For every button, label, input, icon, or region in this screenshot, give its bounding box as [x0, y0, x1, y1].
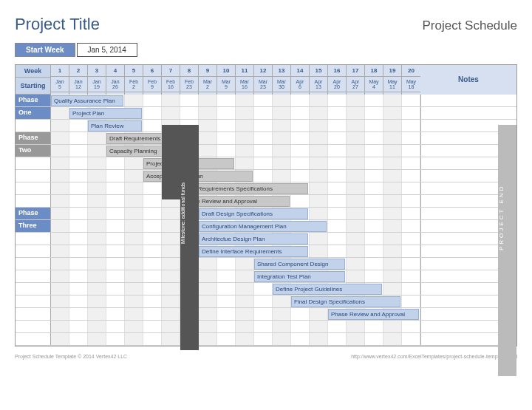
task-bar[interactable]: Final Requirements Specifications: [180, 183, 308, 194]
week-cells: Acceptance Test Plan: [51, 170, 420, 182]
task-bar[interactable]: Shared Component Design: [254, 259, 345, 270]
week-header-col: 18May4: [365, 65, 383, 95]
task-bar[interactable]: Define Interface Requirements: [199, 246, 308, 257]
week-number: 18: [365, 65, 383, 77]
header: Project Title Project Schedule: [15, 15, 517, 34]
phase-label: [16, 308, 51, 320]
task-bar[interactable]: Define Project Guidelines: [273, 284, 382, 295]
page-subtitle: Project Schedule: [422, 18, 517, 33]
week-date: Jan19: [88, 77, 106, 92]
start-week-label: Start Week: [15, 43, 75, 57]
week-cells: Quality Assurance Plan: [51, 95, 420, 106]
phase-label: [16, 120, 51, 131]
phase-label: [16, 258, 51, 270]
week-header: Week: [16, 65, 50, 78]
week-number: 1: [51, 65, 69, 77]
schedule-row: Project Test Plan: [16, 157, 516, 170]
week-number: 12: [254, 65, 272, 77]
schedule-row: Architectue Design Plan: [16, 233, 516, 245]
week-number: 15: [310, 65, 327, 77]
week-header-col: 8Feb23: [180, 65, 199, 95]
week-header-col: 13Mar30: [273, 65, 291, 95]
phase-label: [16, 157, 51, 169]
task-bar[interactable]: Architectue Design Plan: [199, 233, 308, 245]
week-header-col: 19May11: [383, 65, 402, 95]
week-cells: Project Test Plan: [51, 157, 420, 169]
phase-label: [16, 283, 51, 295]
grid-header: Week Starting 1Jan52Jan123Jan194Jan265Fe…: [16, 65, 516, 95]
week-number: 3: [88, 65, 106, 77]
week-header-col: 6Feb9: [143, 65, 162, 95]
notes-cell[interactable]: [420, 107, 516, 119]
schedule-row: Final Requirements Specifications: [16, 182, 516, 195]
task-bar[interactable]: Draft Design Specifications: [199, 208, 308, 219]
week-number: 9: [199, 65, 216, 77]
week-date: Jan26: [106, 77, 124, 92]
schedule-row: Shared Component Design: [16, 258, 516, 270]
week-number: 2: [69, 65, 87, 77]
week-number: 17: [347, 65, 364, 77]
week-cells: Final Requirements Specifications: [51, 182, 420, 194]
week-date: May4: [365, 77, 383, 92]
schedule-row: PhaseDraft Design Specifications: [16, 208, 516, 220]
phase-label: [16, 295, 51, 307]
week-number: 13: [273, 65, 290, 77]
week-cells: Phase Review and Approval: [51, 308, 420, 320]
task-bar[interactable]: Phase Review and Approval: [328, 309, 419, 320]
week-cells: Shared Component Design: [51, 258, 420, 270]
week-date: Apr13: [310, 77, 327, 92]
phase-label: Three: [16, 220, 51, 232]
week-header-col: 1Jan5: [51, 65, 69, 95]
week-header-col: 9Mar2: [199, 65, 217, 95]
week-header-col: 3Jan19: [88, 65, 106, 95]
week-date: Feb2: [125, 77, 143, 92]
week-header-col: 17Apr27: [347, 65, 365, 95]
schedule-row: Final Design Specifications: [16, 295, 516, 308]
week-date: Apr27: [347, 77, 364, 92]
schedule-row: Plan Review: [16, 120, 516, 132]
week-header-col: 20May18: [402, 65, 420, 95]
week-date: Feb16: [162, 77, 180, 92]
starting-header: Starting: [16, 78, 50, 95]
week-header-col: 12Mar23: [254, 65, 273, 95]
week-cells: [51, 321, 420, 332]
schedule-row: TwoCapacity Planning: [16, 145, 516, 157]
week-date: Feb23: [180, 77, 198, 92]
task-bar[interactable]: Project Plan: [69, 108, 142, 119]
phase-label: Phase: [16, 208, 51, 219]
page-title: Project Title: [15, 15, 100, 34]
phase-label: [16, 170, 51, 182]
week-date: May11: [383, 77, 401, 92]
task-bar[interactable]: Integration Test Plan: [254, 271, 345, 282]
notes-cell[interactable]: [420, 95, 516, 106]
week-date: Apr6: [291, 77, 309, 92]
task-bar[interactable]: Configuration Management Plan: [199, 221, 327, 232]
schedule-row: Phase Review and Approval: [16, 195, 516, 208]
week-date: Feb9: [143, 77, 161, 92]
task-bar[interactable]: Plan Review: [88, 120, 142, 131]
phase-label: [16, 321, 51, 332]
milestone-marker: [162, 125, 180, 199]
footer-link[interactable]: http://www.vertex42.com/ExcelTemplates/p…: [351, 354, 517, 359]
week-number: 14: [291, 65, 309, 77]
task-bar[interactable]: Final Design Specifications: [291, 296, 400, 307]
week-number: 20: [402, 65, 420, 77]
week-cells: Phase Review and Approval: [51, 195, 420, 207]
week-cells: Integration Test Plan: [51, 270, 420, 282]
week-header-col: 11Mar16: [236, 65, 254, 95]
week-number: 10: [217, 65, 235, 77]
start-week-input[interactable]: Jan 5, 2014: [77, 43, 137, 57]
week-date: Mar30: [273, 77, 290, 92]
schedule-row: OneProject Plan: [16, 107, 516, 120]
week-number: 7: [162, 65, 180, 77]
task-bar[interactable]: Quality Assurance Plan: [51, 95, 123, 106]
phase-label: [16, 233, 51, 245]
week-header-col: 7Feb16: [162, 65, 180, 95]
week-cells: Project Plan: [51, 107, 420, 119]
notes-header: Notes: [420, 65, 516, 83]
milestone-additional-funds: Milestone: additional funds: [180, 125, 199, 350]
week-header-col: 14Apr6: [291, 65, 310, 95]
schedule-row: PhaseQuality Assurance Plan: [16, 95, 516, 107]
schedule-row: [16, 321, 516, 333]
week-cells: Final Design Specifications: [51, 295, 420, 307]
